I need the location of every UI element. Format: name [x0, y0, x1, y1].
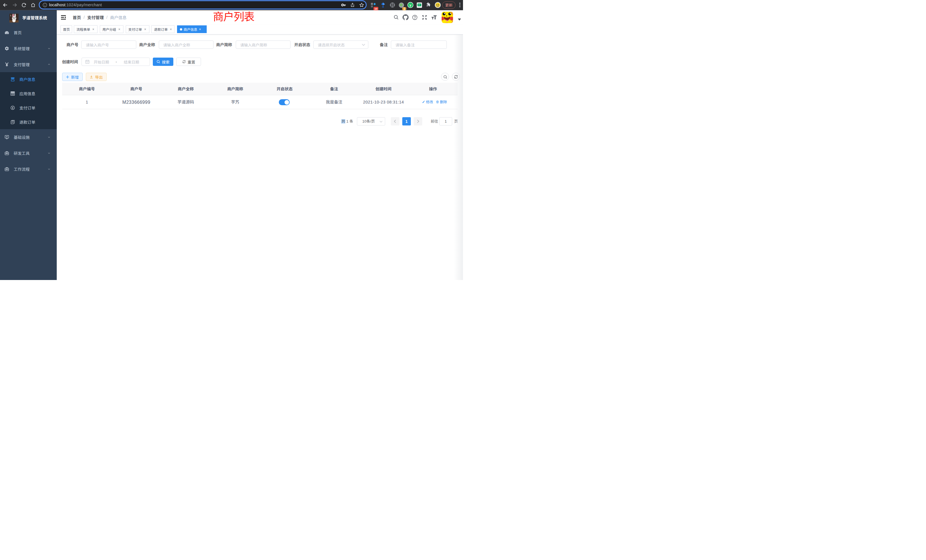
svg-text:y: y — [409, 3, 412, 7]
